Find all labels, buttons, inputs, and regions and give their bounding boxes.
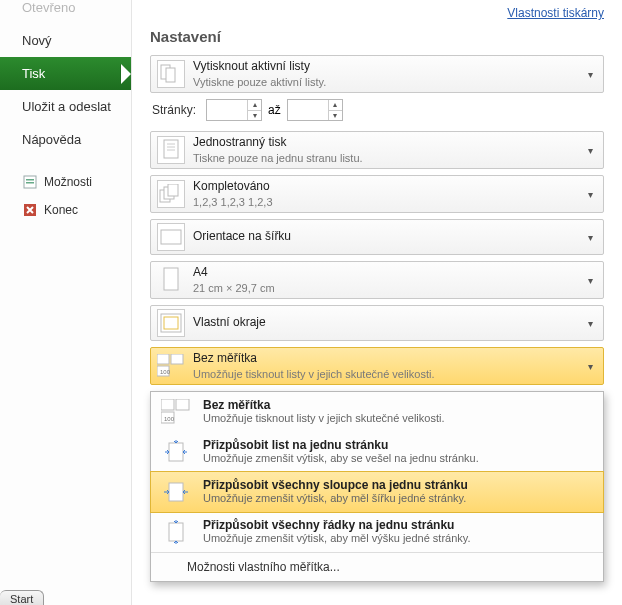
fit-rows-icon bbox=[159, 518, 193, 546]
svg-rect-6 bbox=[164, 140, 178, 158]
spin-up-icon[interactable]: ▴ bbox=[248, 100, 261, 111]
svg-rect-25 bbox=[169, 443, 183, 461]
sidebar-link-label: Konec bbox=[44, 203, 78, 217]
option-subtitle: Vytiskne pouze aktivní listy. bbox=[193, 75, 583, 89]
option-title: Bez měřítka bbox=[193, 351, 583, 367]
margins-icon bbox=[157, 309, 185, 337]
option-subtitle: Umožňuje tisknout listy v jejich skutečn… bbox=[193, 367, 583, 381]
taskbar-start-button[interactable]: Start bbox=[0, 590, 44, 605]
chevron-down-icon: ▾ bbox=[583, 189, 597, 200]
chevron-down-icon: ▾ bbox=[583, 361, 597, 372]
settings-heading: Nastavení bbox=[150, 28, 604, 45]
spin-up-icon[interactable]: ▴ bbox=[329, 100, 342, 111]
dropdown-item-sub: Umožňuje tisknout listy v jejich skutečn… bbox=[203, 412, 444, 424]
sidebar-item-new[interactable]: Nový bbox=[0, 24, 131, 57]
svg-rect-2 bbox=[26, 182, 34, 184]
svg-rect-12 bbox=[168, 184, 178, 196]
dropdown-item-sub: Umožňuje zmenšit výtisk, aby měl výšku j… bbox=[203, 532, 471, 544]
scaling-option-fit-columns[interactable]: Přizpůsobit všechny sloupce na jednu str… bbox=[150, 471, 604, 513]
svg-rect-5 bbox=[166, 68, 175, 82]
dropdown-item-title: Přizpůsobit všechny řádky na jednu strán… bbox=[203, 518, 471, 532]
option-subtitle: 21 cm × 29,7 cm bbox=[193, 281, 583, 295]
sidebar-link-label: Možnosti bbox=[44, 175, 92, 189]
no-scaling-icon: 100 bbox=[159, 398, 193, 426]
landscape-icon bbox=[157, 223, 185, 251]
svg-text:100: 100 bbox=[160, 369, 171, 375]
scaling-option-fit-sheet[interactable]: Přizpůsobit list na jednu stránku Umožňu… bbox=[151, 432, 603, 472]
option-title: Vytisknout aktivní listy bbox=[193, 59, 583, 75]
option-title: Vlastní okraje bbox=[193, 315, 583, 331]
sidebar-item-save-send[interactable]: Uložit a odeslat bbox=[0, 90, 131, 123]
print-settings-panel: Vlastnosti tiskárny Nastavení Vytisknout… bbox=[132, 0, 622, 605]
chevron-down-icon: ▾ bbox=[583, 69, 597, 80]
pages-from-input[interactable]: ▴▾ bbox=[206, 99, 262, 121]
svg-text:100: 100 bbox=[164, 416, 175, 422]
scaling-option-fit-rows[interactable]: Přizpůsobit všechny řádky na jednu strán… bbox=[151, 512, 603, 552]
svg-rect-22 bbox=[176, 399, 189, 410]
dropdown-item-title: Bez měřítka bbox=[203, 398, 444, 412]
no-scaling-icon: 100 bbox=[157, 352, 185, 380]
chevron-down-icon: ▾ bbox=[583, 275, 597, 286]
spin-down-icon[interactable]: ▾ bbox=[248, 111, 261, 121]
pages-label: Stránky: bbox=[152, 103, 196, 117]
svg-rect-26 bbox=[169, 483, 183, 501]
backstage-sidebar: Otevřeno Nový Tisk Uložit a odeslat Nápo… bbox=[0, 0, 132, 605]
svg-rect-14 bbox=[164, 268, 178, 290]
sidebar-item-help[interactable]: Nápověda bbox=[0, 123, 131, 156]
page-icon bbox=[157, 136, 185, 164]
pages-to-input[interactable]: ▴▾ bbox=[287, 99, 343, 121]
option-title: Orientace na šířku bbox=[193, 229, 583, 245]
option-subtitle: 1,2,3 1,2,3 1,2,3 bbox=[193, 195, 583, 209]
fit-columns-icon bbox=[159, 478, 193, 506]
fit-page-icon bbox=[159, 438, 193, 466]
svg-rect-21 bbox=[161, 399, 174, 410]
print-what-selector[interactable]: Vytisknout aktivní listy Vytiskne pouze … bbox=[150, 55, 604, 93]
sidebar-item-open[interactable]: Otevřeno bbox=[0, 0, 131, 24]
sidebar-link-options[interactable]: Možnosti bbox=[0, 168, 131, 196]
dropdown-item-title: Přizpůsobit všechny sloupce na jednu str… bbox=[203, 478, 468, 492]
pages-range-row: Stránky: ▴▾ až ▴▾ bbox=[152, 99, 604, 121]
scaling-custom-options[interactable]: Možnosti vlastního měřítka... bbox=[151, 552, 603, 581]
dropdown-item-title: Přizpůsobit list na jednu stránku bbox=[203, 438, 479, 452]
dropdown-item-sub: Umožňuje zmenšit výtisk, aby se vešel na… bbox=[203, 452, 479, 464]
sidebar-link-exit[interactable]: Konec bbox=[0, 196, 131, 224]
svg-rect-17 bbox=[157, 354, 169, 364]
margins-selector[interactable]: Vlastní okraje ▾ bbox=[150, 305, 604, 341]
dropdown-item-sub: Umožňuje zmenšit výtisk, aby měl šířku j… bbox=[203, 492, 468, 504]
sidebar-item-print[interactable]: Tisk bbox=[0, 57, 131, 90]
paper-icon bbox=[157, 266, 185, 294]
svg-rect-1 bbox=[26, 179, 34, 181]
svg-rect-27 bbox=[169, 523, 183, 541]
options-icon bbox=[22, 174, 38, 190]
option-title: A4 bbox=[193, 265, 583, 281]
option-title: Jednostranný tisk bbox=[193, 135, 583, 151]
spin-down-icon[interactable]: ▾ bbox=[329, 111, 342, 121]
option-subtitle: Tiskne pouze na jednu stranu listu. bbox=[193, 151, 583, 165]
chevron-down-icon: ▾ bbox=[583, 145, 597, 156]
sheets-icon bbox=[157, 60, 185, 88]
pages-to-label: až bbox=[268, 103, 281, 117]
printer-properties-link[interactable]: Vlastnosti tiskárny bbox=[507, 6, 604, 20]
collate-icon bbox=[157, 180, 185, 208]
svg-rect-13 bbox=[161, 230, 181, 244]
exit-icon bbox=[22, 202, 38, 218]
scaling-option-none[interactable]: 100 Bez měřítka Umožňuje tisknout listy … bbox=[151, 392, 603, 432]
chevron-down-icon: ▾ bbox=[583, 232, 597, 243]
sides-selector[interactable]: Jednostranný tisk Tiskne pouze na jednu … bbox=[150, 131, 604, 169]
orientation-selector[interactable]: Orientace na šířku ▾ bbox=[150, 219, 604, 255]
svg-rect-18 bbox=[171, 354, 183, 364]
collation-selector[interactable]: Kompletováno 1,2,3 1,2,3 1,2,3 ▾ bbox=[150, 175, 604, 213]
scaling-dropdown: 100 Bez měřítka Umožňuje tisknout listy … bbox=[150, 391, 604, 582]
paper-size-selector[interactable]: A4 21 cm × 29,7 cm ▾ bbox=[150, 261, 604, 299]
chevron-down-icon: ▾ bbox=[583, 318, 597, 329]
option-title: Kompletováno bbox=[193, 179, 583, 195]
scaling-selector[interactable]: 100 Bez měřítka Umožňuje tisknout listy … bbox=[150, 347, 604, 385]
